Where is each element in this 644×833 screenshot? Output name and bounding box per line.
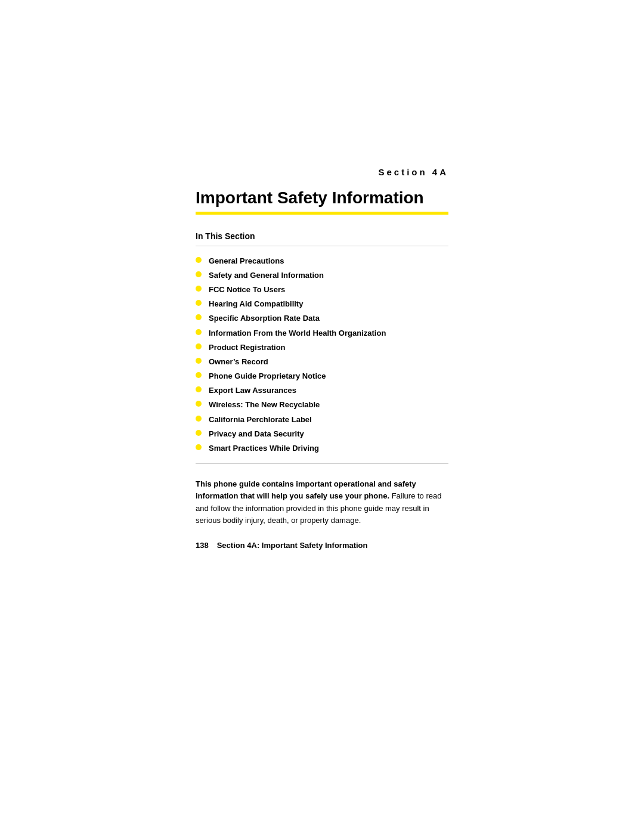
page-footer: 138 Section 4A: Important Safety Informa… (196, 541, 448, 550)
toc-item-text: Information From the World Health Organi… (209, 328, 448, 339)
list-item: General Precautions (196, 256, 448, 267)
list-item: Safety and General Information (196, 270, 448, 281)
bullet-icon (196, 300, 202, 306)
list-item: Privacy and Data Security (196, 429, 448, 439)
bullet-icon (196, 286, 202, 292)
bullet-icon (196, 271, 202, 277)
bullet-icon (196, 343, 202, 349)
intro-paragraph: This phone guide contains important oper… (196, 478, 448, 527)
section-label: Section 4A (196, 167, 448, 177)
toc-item-text: FCC Notice To Users (209, 284, 448, 295)
list-item: Hearing Aid Compatibility (196, 299, 448, 309)
footer-section-label: Section 4A: Important Safety Information (217, 541, 368, 550)
bullet-icon (196, 416, 202, 422)
bullet-icon (196, 358, 202, 364)
toc-item-text: Wireless: The New Recyclable (209, 400, 448, 410)
page-number: 138 (196, 541, 209, 550)
list-item: Information From the World Health Organi… (196, 328, 448, 339)
toc-list: General PrecautionsSafety and General In… (196, 256, 448, 454)
content-area: Section 4A Important Safety Information … (0, 0, 644, 597)
bullet-icon (196, 430, 202, 436)
toc-item-text: Owner’s Record (209, 357, 448, 367)
bullet-icon (196, 372, 202, 378)
list-item: Wireless: The New Recyclable (196, 400, 448, 410)
list-item: Specific Absorption Rate Data (196, 313, 448, 324)
list-item: Product Registration (196, 342, 448, 353)
bullet-icon (196, 444, 202, 450)
page-title: Important Safety Information (196, 188, 448, 208)
in-this-section-heading: In This Section (196, 231, 448, 241)
toc-item-text: Phone Guide Proprietary Notice (209, 371, 448, 382)
bottom-divider (196, 463, 448, 464)
top-divider (196, 246, 448, 246)
bullet-icon (196, 257, 202, 263)
list-item: FCC Notice To Users (196, 284, 448, 295)
list-item: Smart Practices While Driving (196, 443, 448, 454)
bullet-icon (196, 401, 202, 407)
toc-item-text: Product Registration (209, 342, 448, 353)
bullet-icon (196, 329, 202, 335)
intro-bold-text: This phone guide contains important oper… (196, 479, 416, 500)
toc-item-text: Specific Absorption Rate Data (209, 313, 448, 324)
yellow-rule (196, 212, 448, 215)
list-item: Owner’s Record (196, 357, 448, 367)
list-item: Export Law Assurances (196, 385, 448, 396)
list-item: California Perchlorate Label (196, 414, 448, 425)
toc-item-text: Safety and General Information (209, 270, 448, 281)
toc-item-text: Privacy and Data Security (209, 429, 448, 439)
toc-item-text: Export Law Assurances (209, 385, 448, 396)
toc-item-text: Hearing Aid Compatibility (209, 299, 448, 309)
page: Section 4A Important Safety Information … (0, 0, 644, 833)
list-item: Phone Guide Proprietary Notice (196, 371, 448, 382)
toc-item-text: Smart Practices While Driving (209, 443, 448, 454)
toc-item-text: General Precautions (209, 256, 448, 267)
bullet-icon (196, 314, 202, 320)
toc-item-text: California Perchlorate Label (209, 414, 448, 425)
bullet-icon (196, 386, 202, 392)
